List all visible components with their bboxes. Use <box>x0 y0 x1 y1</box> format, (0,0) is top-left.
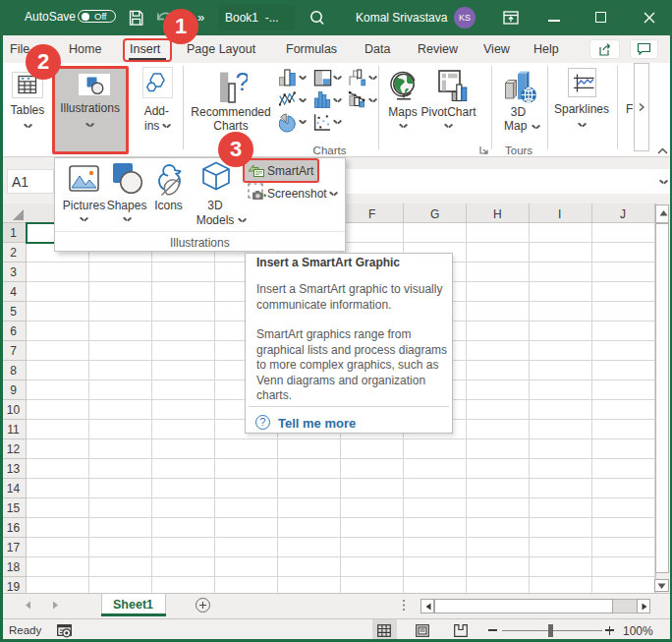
svg-text:?: ? <box>236 68 249 96</box>
